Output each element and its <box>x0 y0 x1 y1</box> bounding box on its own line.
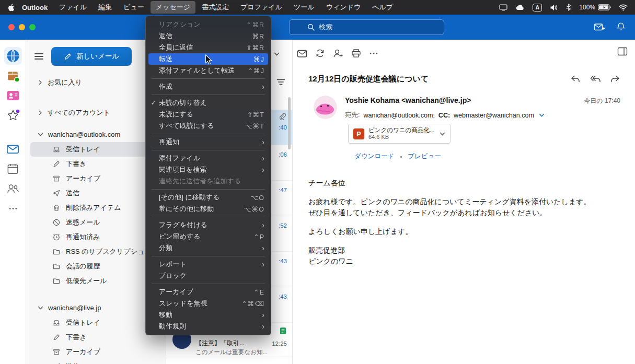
folder-item-0-2[interactable]: アーカイブ5 <box>30 171 161 186</box>
cloud-icon[interactable] <box>515 4 525 10</box>
menu-item-2-0[interactable]: ✓未読の切り替え <box>148 97 268 109</box>
reading-panel-icon[interactable] <box>617 47 628 56</box>
display-icon[interactable] <box>499 4 507 11</box>
attachment-card[interactable]: P ピンクのワニの商品化... 64.6 KB <box>348 124 451 144</box>
new-mail-button[interactable]: 新しいメール <box>51 47 132 66</box>
folder-item-0-9[interactable]: 低優先メール <box>30 274 161 288</box>
hamburger-icon[interactable] <box>34 53 43 60</box>
menubar-item-2[interactable]: 編集 <box>93 1 117 14</box>
folder-pane-header: 新しいメール <box>34 47 159 66</box>
folder-item-0-8[interactable]: 会話の履歴 <box>30 259 161 274</box>
menu-item-5-1[interactable]: 常にその他に移動⌥⌘O <box>148 203 268 215</box>
preview-link[interactable]: プレビュー <box>408 152 441 161</box>
menubar-item-0[interactable]: Outlook <box>17 2 53 13</box>
folder-item-1-1[interactable]: 下書き <box>30 330 161 345</box>
menubar-item-3[interactable]: ビュー <box>118 1 149 14</box>
menubar-item-5[interactable]: 書式設定 <box>197 1 234 14</box>
download-link[interactable]: ダウンロード <box>354 152 394 161</box>
folder-item-1-3[interactable]: 送信 <box>30 359 161 364</box>
menu-item-8-1[interactable]: スレッドを無視⌃⌘⌫ <box>148 298 268 309</box>
minimize-window-button[interactable] <box>19 24 25 30</box>
menu-item-1-0[interactable]: 作成› <box>148 81 268 92</box>
folder-item-0-3[interactable]: 送信 <box>30 186 161 201</box>
zoom-window-button[interactable] <box>29 24 36 30</box>
message-time: 12:25 <box>272 340 287 347</box>
wifi-icon[interactable] <box>619 4 628 11</box>
reply-all-button[interactable] <box>590 74 601 83</box>
menu-item-6-1[interactable]: ピン留めする⌃P <box>148 231 268 242</box>
menu-item-5-0[interactable]: [その他] に移動する⌥O <box>148 192 268 203</box>
toolbar-add-contact-button[interactable] <box>333 49 343 58</box>
menu-item-0-2[interactable]: 全員に返信⇧⌘R <box>148 42 268 53</box>
reply-button[interactable] <box>570 74 581 83</box>
menu-item-8-3[interactable]: 動作規則› <box>148 321 268 332</box>
menu-item-8-0[interactable]: アーカイブ⌃E <box>148 286 268 298</box>
chevron-down-icon[interactable] <box>440 131 445 137</box>
folder-item-0-6[interactable]: 再通知済み <box>30 230 161 244</box>
menu-item-2-1[interactable]: 未読にする⇧⌘T <box>148 109 268 120</box>
menu-item-4-1[interactable]: 関連項目を検索› <box>148 164 268 175</box>
rail-apps-button[interactable] <box>4 47 22 65</box>
dot-separator: • <box>400 154 402 160</box>
menubar-item-6[interactable]: プロファイル <box>235 1 287 14</box>
send-receive-icon[interactable] <box>594 22 606 32</box>
all-accounts-group[interactable]: すべてのアカウント <box>26 105 166 120</box>
menu-item-6-2[interactable]: 分類› <box>148 242 268 254</box>
folder-item-1-2[interactable]: アーカイブ <box>30 345 161 359</box>
folder-item-0-5[interactable]: 迷惑メール <box>30 215 161 230</box>
battery-indicator[interactable]: 100% <box>579 4 611 11</box>
scrollbar[interactable] <box>288 97 291 149</box>
toolbar-sync-button[interactable] <box>315 49 325 58</box>
menubar-item-8[interactable]: ウィンドウ <box>321 1 366 14</box>
menubar-item-9[interactable]: ヘルプ <box>367 1 398 14</box>
forward-button[interactable] <box>610 74 620 83</box>
bluetooth-icon[interactable] <box>566 4 571 11</box>
close-window-button[interactable] <box>8 24 15 30</box>
rail-people-button[interactable] <box>4 180 22 197</box>
menu-item-label: 動作規則 <box>159 322 253 331</box>
rail-mail-button[interactable] <box>4 140 22 158</box>
input-source-icon[interactable]: A <box>533 4 542 11</box>
account-header-0[interactable]: wanichan@outlook.com <box>26 126 166 142</box>
folder-item-1-0[interactable]: 受信トレイ <box>30 315 161 330</box>
folder-item-0-4[interactable]: 削除済みアイテム <box>30 201 161 215</box>
menubar-item-7[interactable]: ツール <box>288 1 320 14</box>
folder-item-0-7[interactable]: RSS のサブスクリプション <box>30 244 161 259</box>
sender-avatar[interactable] <box>314 96 337 119</box>
folder-label: 迷惑メール <box>66 218 156 227</box>
favorites-group[interactable]: お気に入り <box>26 75 166 90</box>
menu-item-7-0[interactable]: レポート› <box>148 259 268 270</box>
menu-item-6-0[interactable]: フラグを付ける› <box>148 219 268 231</box>
filter-icon[interactable] <box>276 78 285 86</box>
battery-percent: 100% <box>579 4 595 11</box>
apple-icon[interactable] <box>7 3 15 12</box>
toolbar-more-button[interactable] <box>369 52 378 55</box>
menu-item-0-1[interactable]: 返信⌘R <box>148 30 268 42</box>
toolbar-print-button[interactable] <box>351 49 361 58</box>
chevron-down-icon[interactable] <box>274 51 280 57</box>
message-item-7[interactable] <box>166 358 292 364</box>
account-header-1[interactable]: wanichan@live.jp <box>26 300 166 315</box>
chevron-down-icon[interactable] <box>539 112 545 118</box>
menu-item-2-2[interactable]: すべて既読にする⌥⌘T <box>148 120 268 132</box>
menubar-item-4[interactable]: メッセージ <box>151 1 195 14</box>
menu-item-0-4[interactable]: 添付ファイルとして転送⌃⌘J <box>148 65 268 76</box>
rail-star-button[interactable] <box>4 107 22 124</box>
rail-package-button[interactable] <box>4 67 22 85</box>
rail-more-button[interactable] <box>4 199 22 217</box>
toolbar-mail-status-button[interactable] <box>297 49 307 58</box>
volume-icon[interactable] <box>550 4 558 11</box>
rail-contact-card-button[interactable] <box>4 87 22 104</box>
folder-item-0-0[interactable]: 受信トレイ94 <box>30 142 161 157</box>
notifications-icon[interactable] <box>616 22 626 32</box>
menu-item-4-0[interactable]: 添付ファイル› <box>148 152 268 164</box>
rail-calendar-button[interactable] <box>4 160 22 178</box>
menu-item-3-0[interactable]: 再通知› <box>148 136 268 148</box>
menu-item-8-2[interactable]: 移動› <box>148 309 268 321</box>
search-input[interactable]: 検索 <box>289 19 444 35</box>
body-line: お疲れ様です。ピンクのワニの商品化についてミーティング資料を添付いたします。 <box>308 197 591 206</box>
folder-item-0-1[interactable]: 下書き <box>30 157 161 171</box>
menubar-item-1[interactable]: ファイル <box>54 1 92 14</box>
menu-item-label: レポート <box>159 260 253 269</box>
menu-item-7-1[interactable]: ブロック <box>148 270 268 281</box>
